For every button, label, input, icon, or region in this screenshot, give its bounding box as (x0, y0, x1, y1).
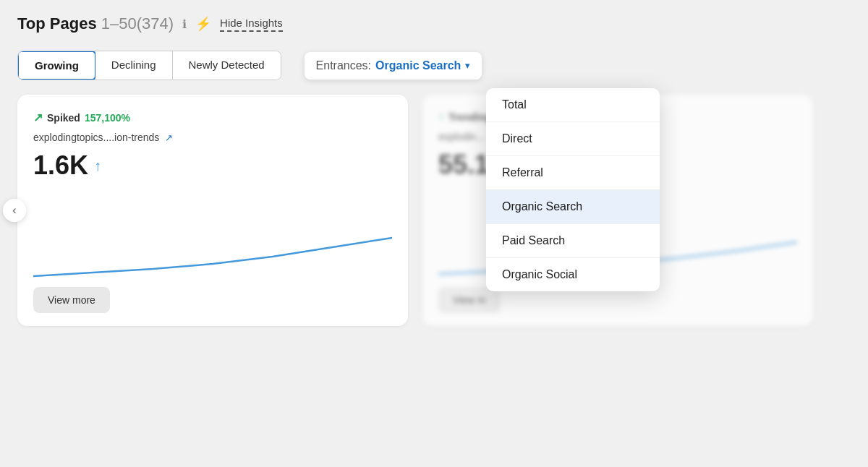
spike-icon: ↗ (33, 111, 43, 124)
entrances-dropdown-menu: Total Direct Referral Organic Search Pai… (486, 88, 660, 291)
card-1-url: explodingtopics....ion-trends (33, 132, 159, 143)
entrances-value: Organic Search (375, 59, 461, 72)
external-link-icon[interactable]: ↗ (165, 132, 173, 143)
tabs-row: Growing Declining Newly Detected Entranc… (17, 51, 851, 80)
dropdown-item-total[interactable]: Total (486, 88, 660, 122)
trend-icon: ↑ (438, 111, 444, 124)
header: Top Pages 1–50(374) ℹ ⚡ Hide Insights (17, 14, 851, 33)
card-1-metric: 1.6K ↑ (33, 150, 392, 181)
cards-row: ‹ ↗ Spiked 157,100% explodingtopics....i… (17, 95, 851, 326)
card-1: ↗ Spiked 157,100% explodingtopics....ion… (17, 95, 408, 326)
bolt-icon: ⚡ (195, 16, 211, 32)
dropdown-item-organic-search[interactable]: Organic Search (486, 190, 660, 224)
card-1-chart (33, 191, 392, 280)
card-1-badge: ↗ Spiked 157,100% (33, 111, 392, 124)
page-title: Top Pages 1–50(374) (17, 14, 174, 33)
card-1-badge-value: 157,100% (85, 112, 130, 124)
tab-group: Growing Declining Newly Detected (17, 51, 281, 80)
hide-insights-button[interactable]: Hide Insights (220, 17, 283, 32)
card-2-badge-label: Trending (448, 111, 491, 123)
entrances-dropdown-button[interactable]: Entrances: Organic Search ▾ (305, 52, 482, 80)
title-text: Top Pages (17, 14, 97, 33)
dropdown-item-referral[interactable]: Referral (486, 156, 660, 190)
card-2-url: explodin... (438, 131, 485, 142)
entrances-label: Entrances: (316, 59, 371, 72)
card-1-url-row: explodingtopics....ion-trends ↗ (33, 132, 392, 143)
tab-growing[interactable]: Growing (17, 51, 96, 80)
chevron-down-icon: ▾ (465, 60, 470, 71)
tab-newly-detected[interactable]: Newly Detected (173, 51, 281, 80)
chart-svg-1 (33, 229, 392, 280)
card-1-metric-arrow: ↑ (94, 158, 101, 174)
prev-arrow-button[interactable]: ‹ (3, 199, 26, 222)
tab-declining[interactable]: Declining (95, 51, 173, 80)
dropdown-item-organic-social[interactable]: Organic Social (486, 258, 660, 291)
info-icon[interactable]: ℹ (182, 17, 187, 31)
card-1-view-more-button[interactable]: View more (33, 287, 110, 313)
card-1-badge-label: Spiked (47, 112, 80, 124)
page-wrapper: Top Pages 1–50(374) ℹ ⚡ Hide Insights Gr… (0, 0, 868, 467)
dropdown-item-direct[interactable]: Direct (486, 122, 660, 156)
dropdown-item-paid-search[interactable]: Paid Search (486, 224, 660, 258)
page-count: 1–50(374) (101, 14, 174, 33)
